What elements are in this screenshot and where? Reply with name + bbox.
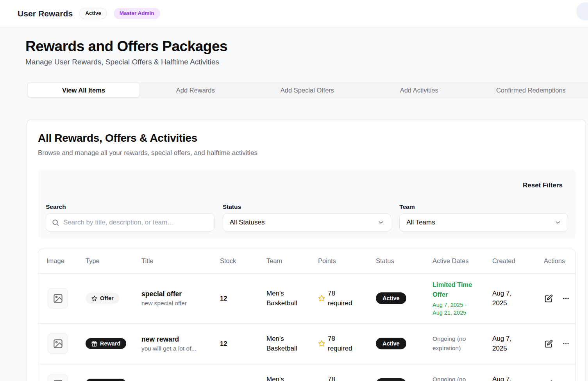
corner-avatar[interactable]: [576, 2, 588, 20]
item-title: new reward: [141, 335, 216, 344]
column-header-title: Title: [141, 249, 220, 273]
status-select-value: All Statuses: [230, 219, 265, 226]
edit-button[interactable]: [544, 379, 554, 381]
status-pill: Active: [376, 338, 406, 349]
image-placeholder-icon: [53, 379, 63, 381]
active-dates-headline: Limited Time Offer: [433, 280, 480, 300]
team-value: Men's Basketball: [266, 374, 304, 381]
edit-icon: [545, 294, 553, 303]
created-date: Aug 7, 2025: [492, 334, 520, 354]
item-description: you will get a lot of...: [141, 345, 216, 352]
points-value: 78 required: [328, 334, 356, 354]
card-subtitle: Browse and manage all your rewards, spec…: [38, 149, 576, 157]
edit-icon: [545, 340, 553, 348]
team-value: Men's Basketball: [266, 334, 304, 354]
status-pill: Active: [376, 378, 406, 381]
all-items-card: All Rewards, Offers & Activities Browse …: [27, 119, 586, 381]
chevron-down-icon: [554, 219, 561, 226]
column-header-points: Points: [318, 249, 376, 273]
item-thumbnail: [48, 288, 68, 308]
tab-view-all-items[interactable]: View All Items: [28, 83, 139, 97]
tab-add-special-offers[interactable]: Add Special Offers: [251, 83, 363, 97]
tab-add-activities[interactable]: Add Activities: [363, 83, 475, 97]
column-header-status: Status: [376, 249, 433, 273]
column-header-created: Created: [492, 249, 544, 273]
column-header-active-dates: Active Dates: [433, 249, 492, 273]
reset-filters-button[interactable]: Reset Filters: [523, 182, 563, 189]
app-title: User Rewards: [18, 9, 73, 18]
column-header-stock: Stock: [220, 249, 266, 273]
type-badge-label: Reward: [100, 340, 120, 347]
table-row: Reward y4 12 Men's Basketball: [38, 364, 576, 381]
status-select[interactable]: All Statuses: [223, 214, 391, 231]
type-badge-label: Offer: [100, 295, 114, 301]
item-title: special offer: [141, 290, 216, 298]
search-filter: Search: [46, 203, 214, 231]
ellipsis-icon: [562, 340, 570, 347]
row-menu-button[interactable]: [561, 339, 570, 348]
tab-confirmed-redemptions[interactable]: Confirmed Redemptions: [475, 83, 587, 97]
filter-panel: Reset Filters Search Status All Statuses: [38, 169, 576, 239]
table-row: Offer special offer new special offer 12…: [38, 273, 576, 323]
image-placeholder-icon: [53, 293, 63, 304]
edit-button[interactable]: [544, 339, 554, 349]
search-label: Search: [46, 203, 214, 210]
gift-icon: [91, 341, 97, 347]
status-filter: Status All Statuses: [223, 203, 391, 231]
tab-add-rewards[interactable]: Add Rewards: [139, 83, 251, 97]
item-description: new special offer: [141, 300, 216, 307]
edit-button[interactable]: [544, 294, 554, 303]
star-icon: [91, 296, 97, 301]
status-label: Status: [223, 203, 391, 210]
column-header-image: Image: [38, 249, 86, 273]
search-icon: [52, 219, 59, 226]
active-dates-range: Aug 7, 2025 - Aug 21, 2025: [433, 301, 476, 317]
page-subtitle: Manage User Rewards, Special Offers & Ha…: [25, 58, 563, 66]
ellipsis-icon: [562, 295, 570, 302]
type-badge-reward: Reward: [86, 338, 126, 349]
table-header-row: Image Type Title Stock Team Points Statu…: [38, 249, 576, 273]
stock-value: 12: [220, 340, 227, 347]
search-input[interactable]: [46, 214, 214, 231]
team-value: Men's Basketball: [266, 288, 304, 308]
team-select[interactable]: All Teams: [399, 214, 568, 231]
created-date: Aug 7, 2025: [492, 288, 520, 308]
team-filter: Team All Teams: [399, 203, 568, 231]
page-title: Rewards and Offers Packages: [25, 38, 563, 55]
column-header-type: Type: [86, 249, 141, 273]
star-icon: [318, 295, 325, 302]
stock-value: 12: [220, 295, 227, 302]
image-placeholder-icon: [53, 338, 63, 349]
topbar: User Rewards Active Master Admin: [0, 0, 588, 27]
status-badge: Active: [79, 8, 107, 19]
created-date: Aug 7, 2025: [492, 374, 520, 381]
row-menu-button[interactable]: [561, 294, 570, 303]
type-badge-offer: Offer: [86, 293, 120, 304]
active-dates-ongoing: Ongoing (no expiration): [433, 334, 475, 353]
item-thumbnail: [48, 374, 68, 381]
star-icon: [318, 340, 325, 347]
team-select-value: All Teams: [406, 219, 435, 226]
role-badge: Master Admin: [114, 8, 160, 19]
type-badge-reward: Reward: [86, 379, 126, 381]
tab-bar: View All Items Add Rewards Add Special O…: [27, 82, 588, 98]
table-row: Reward new reward you will get a lot of.…: [38, 323, 576, 364]
page-body: Rewards and Offers Packages Manage User …: [0, 38, 588, 381]
items-table: Image Type Title Stock Team Points Statu…: [38, 249, 576, 381]
column-header-actions: Actions: [544, 249, 576, 273]
points-value: 78 required: [328, 374, 356, 381]
chevron-down-icon: [377, 219, 384, 226]
status-pill: Active: [376, 292, 406, 304]
item-thumbnail: [48, 333, 68, 354]
points-value: 78 required: [328, 288, 356, 308]
active-dates-ongoing: Ongoing (no expiration): [433, 375, 475, 381]
column-header-team: Team: [266, 249, 318, 273]
card-title: All Rewards, Offers & Activities: [38, 132, 576, 144]
team-label: Team: [399, 203, 568, 210]
